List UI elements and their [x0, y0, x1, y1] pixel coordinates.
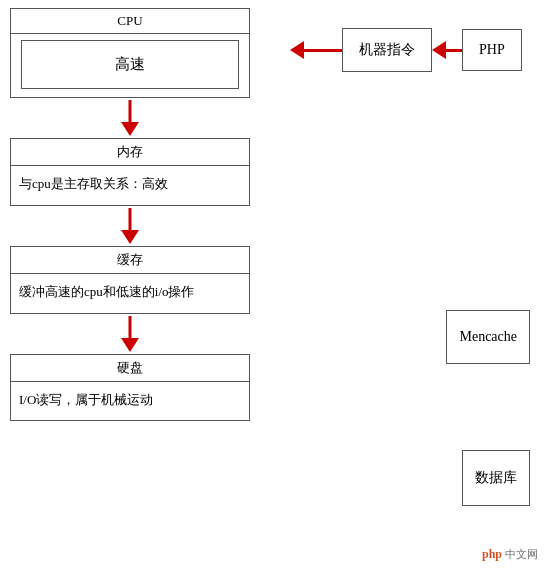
- arrow-machine-to-cpu: [290, 41, 342, 59]
- shaft-php: [446, 49, 462, 52]
- disk-content: I/O读写，属于机械运动: [11, 382, 249, 421]
- top-right-connector: 机器指令 PHP: [290, 28, 522, 72]
- mencache-box: Mencache: [446, 310, 530, 364]
- mencache-label: Mencache: [459, 329, 517, 344]
- php-box: PHP: [462, 29, 522, 71]
- diagram-container: CPU 高速 内存 与cpu是主存取关系：高效 缓存 缓冲高速的cpu和低速的i…: [0, 0, 550, 574]
- watermark: php 中文网: [482, 547, 538, 562]
- arrow-cache-to-disk: [10, 314, 250, 354]
- memory-title: 内存: [11, 139, 249, 166]
- database-label: 数据库: [475, 470, 517, 485]
- cpu-inner-box: 高速: [21, 40, 239, 89]
- database-box: 数据库: [462, 450, 530, 506]
- cpu-label: CPU: [11, 9, 249, 34]
- arrowhead-left-php: [432, 41, 446, 59]
- database-wrapper: 数据库: [462, 450, 530, 506]
- cache-title: 缓存: [11, 247, 249, 274]
- arrowhead-left-machine: [290, 41, 304, 59]
- arrow-php-to-machine: [432, 41, 462, 59]
- memory-section: 内存 与cpu是主存取关系：高效: [10, 138, 250, 206]
- php-label: PHP: [479, 42, 505, 57]
- arrow-cpu-to-memory: [10, 98, 250, 138]
- disk-section: 硬盘 I/O读写，属于机械运动: [10, 354, 250, 422]
- arrow-memory-to-cache: [10, 206, 250, 246]
- machine-instruction-label: 机器指令: [359, 42, 415, 57]
- cache-content: 缓冲高速的cpu和低速的i/o操作: [11, 274, 249, 313]
- memory-content: 与cpu是主存取关系：高效: [11, 166, 249, 205]
- disk-title: 硬盘: [11, 355, 249, 382]
- shaft-machine: [304, 49, 342, 52]
- mencache-wrapper: Mencache: [446, 310, 530, 364]
- machine-instruction-box: 机器指令: [342, 28, 432, 72]
- cpu-section: CPU 高速: [10, 8, 250, 98]
- cache-section: 缓存 缓冲高速的cpu和低速的i/o操作: [10, 246, 250, 314]
- cpu-inner-label: 高速: [115, 56, 145, 72]
